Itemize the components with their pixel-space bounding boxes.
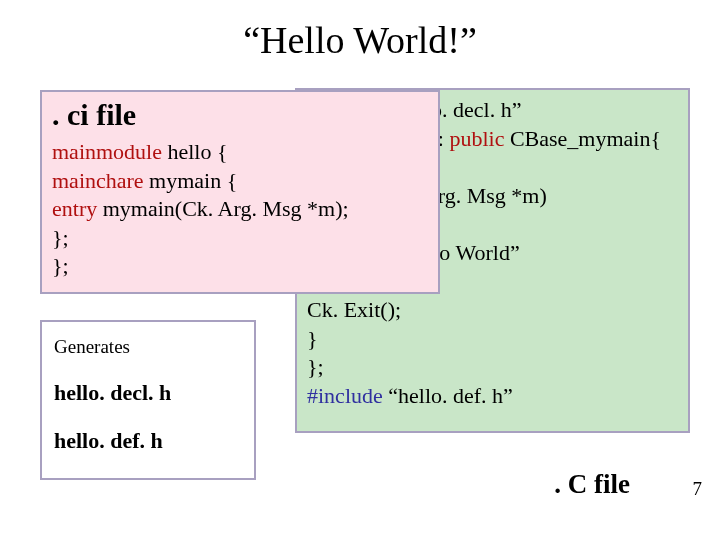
keyword: public	[449, 126, 504, 151]
code-text: hello {	[162, 139, 228, 164]
code-text: Ck. Exit();	[307, 297, 401, 322]
keyword: mainchare	[52, 168, 144, 193]
code-text: };	[52, 253, 69, 278]
code-line: entry mymain(Ck. Arg. Msg *m);	[52, 195, 428, 224]
def-h-filename: hello. def. h	[54, 428, 242, 454]
decl-h-filename: hello. decl. h	[54, 380, 242, 406]
page-number: 7	[693, 478, 703, 500]
code-text: mymain {	[144, 168, 238, 193]
code-line: mainmodule hello {	[52, 138, 428, 167]
slide-title: “Hello World!”	[0, 0, 720, 62]
c-file-label: . C file	[554, 469, 630, 500]
keyword: #include	[307, 383, 383, 408]
code-line: };	[52, 252, 428, 281]
keyword: entry	[52, 196, 97, 221]
code-text: }	[307, 326, 318, 351]
keyword: mainmodule	[52, 139, 162, 164]
code-line: #include “hello. def. h”	[307, 382, 678, 411]
code-line: }	[307, 325, 678, 354]
ci-file-label: . ci file	[52, 98, 428, 132]
code-line: mainchare mymain {	[52, 167, 428, 196]
ci-file-code-box: . ci file mainmodule hello { mainchare m…	[40, 90, 440, 294]
code-text: “hello. def. h”	[383, 383, 513, 408]
code-text: CBase_mymain{	[504, 126, 661, 151]
code-line: };	[52, 224, 428, 253]
code-line: };	[307, 353, 678, 382]
code-text: mymain(Ck. Arg. Msg *m);	[97, 196, 348, 221]
code-text: };	[52, 225, 69, 250]
code-text: };	[307, 354, 324, 379]
generates-label: Generates	[54, 336, 242, 358]
code-line: Ck. Exit();	[307, 296, 678, 325]
generated-files-box: Generates hello. decl. h hello. def. h	[40, 320, 256, 480]
